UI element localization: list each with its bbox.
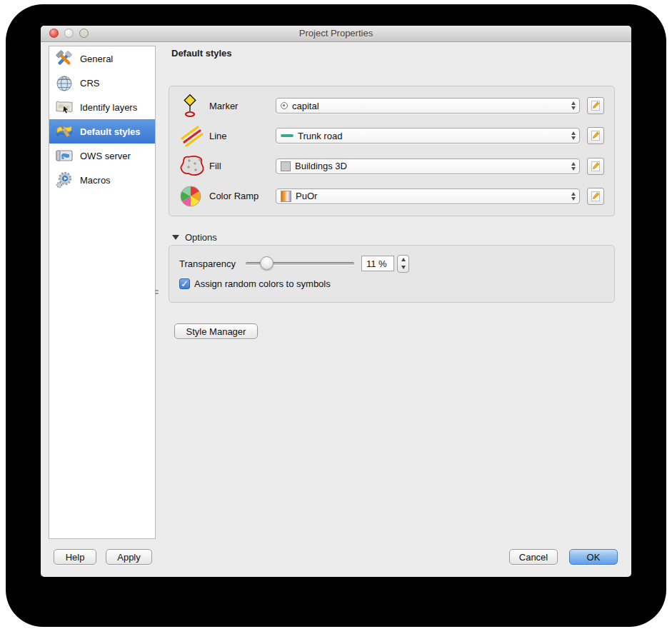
edit-color-ramp-button[interactable]: [587, 188, 604, 205]
close-button[interactable]: [49, 29, 59, 38]
marker-select[interactable]: capital: [276, 98, 580, 114]
sidebar-item-label: Default styles: [80, 126, 141, 137]
paintbrush-icon: [54, 122, 74, 141]
section-label: Options: [185, 232, 217, 243]
gears-play-icon: [54, 171, 74, 190]
collapse-triangle-icon: [172, 235, 179, 240]
puor-ramp-swatch: [281, 191, 291, 202]
edit-marker-button[interactable]: [587, 97, 604, 114]
fill-select[interactable]: Buildings 3D: [276, 158, 580, 174]
line-symbol-icon: [179, 124, 209, 147]
random-colors-label: Assign random colors to symbols: [194, 278, 331, 289]
capital-marker-swatch: [281, 102, 288, 109]
transparency-stepper: [397, 255, 409, 273]
sidebar-item-label: Macros: [80, 175, 111, 186]
line-row: Line Trunk road: [169, 122, 614, 149]
default-symbols-groupbox: Marker capital: [169, 86, 615, 216]
apply-button[interactable]: Apply: [106, 549, 152, 565]
help-button[interactable]: Help: [54, 549, 96, 565]
random-colors-checkbox[interactable]: ✓: [179, 278, 190, 289]
color-ramp-selected-value: PuOr: [296, 191, 317, 201]
edit-fill-button[interactable]: [587, 158, 604, 175]
buildings-fill-swatch: [281, 161, 291, 171]
sidebar-item-ows-server[interactable]: OWS server: [49, 144, 155, 168]
traffic-lights: [49, 29, 89, 38]
page-title: Default styles: [171, 48, 232, 59]
combo-arrows-icon: [571, 189, 576, 203]
globe-icon: [54, 74, 74, 93]
fill-row: Fill Buildings 3D: [169, 153, 614, 180]
style-manager-button[interactable]: Style Manager: [174, 323, 258, 339]
settings-category-list: General CRS: [49, 46, 156, 539]
sidebar-item-label: General: [80, 54, 113, 64]
sidebar-item-identify-layers[interactable]: Identify layers: [49, 95, 155, 119]
line-label: Line: [209, 131, 276, 141]
fill-label: Fill: [209, 161, 276, 171]
stepper-down-button[interactable]: [398, 263, 408, 272]
ok-button[interactable]: OK: [569, 549, 618, 565]
pencil-icon: [590, 130, 601, 141]
map-cursor-icon: [54, 98, 74, 117]
color-wheel-icon: [179, 185, 209, 208]
marker-row: Marker capital: [169, 92, 614, 119]
line-select[interactable]: Trunk road: [276, 128, 580, 144]
trunk-road-line-swatch: [281, 134, 294, 137]
color-ramp-row: Color Ramp PuOr: [169, 183, 614, 210]
pencil-icon: [590, 191, 601, 202]
transparency-row: Transparency 11 %: [179, 253, 604, 274]
cancel-button[interactable]: Cancel: [509, 549, 558, 565]
zoom-button[interactable]: [79, 29, 89, 38]
combo-arrows-icon: [571, 129, 576, 143]
sidebar-item-general[interactable]: General: [49, 46, 155, 71]
marker-label: Marker: [209, 101, 276, 111]
pencil-icon: [590, 161, 601, 172]
fill-symbol-icon: [179, 155, 209, 178]
combo-arrows-icon: [571, 99, 576, 113]
random-colors-row: ✓ Assign random colors to symbols: [179, 278, 604, 289]
color-ramp-label: Color Ramp: [209, 191, 276, 201]
marker-symbol-icon: [179, 94, 209, 118]
line-selected-value: Trunk road: [298, 131, 342, 141]
sidebar-item-label: OWS server: [80, 151, 131, 161]
options-section-header[interactable]: Options: [172, 232, 217, 243]
title-bar[interactable]: Project Properties: [41, 26, 631, 42]
minimize-button[interactable]: [64, 29, 74, 38]
pencil-icon: [590, 100, 601, 111]
stepper-up-button[interactable]: [398, 256, 408, 264]
sidebar-item-label: CRS: [80, 78, 99, 89]
transparency-slider[interactable]: [246, 256, 354, 271]
options-groupbox: Transparency 11 % ✓ Assign random colors…: [169, 245, 615, 303]
sidebar-item-default-styles[interactable]: Default styles: [49, 119, 155, 144]
sidebar-item-macros[interactable]: Macros: [49, 168, 155, 192]
combo-arrows-icon: [571, 159, 576, 173]
splitter-handle[interactable]: [155, 287, 160, 297]
window-title: Project Properties: [41, 26, 631, 41]
sidebar-item-label: Identify layers: [80, 102, 137, 113]
edit-line-button[interactable]: [587, 127, 604, 144]
transparency-value-field[interactable]: 11 %: [361, 256, 394, 271]
ows-map-icon: [54, 146, 74, 166]
transparency-label: Transparency: [179, 258, 246, 269]
color-ramp-select[interactable]: PuOr: [276, 188, 580, 204]
marker-selected-value: capital: [292, 101, 319, 111]
sidebar-item-crs[interactable]: CRS: [49, 71, 155, 95]
fill-selected-value: Buildings 3D: [295, 161, 347, 171]
slider-thumb[interactable]: [260, 256, 274, 270]
tools-icon: [54, 49, 74, 69]
project-properties-dialog: Project Properties General: [41, 26, 631, 577]
